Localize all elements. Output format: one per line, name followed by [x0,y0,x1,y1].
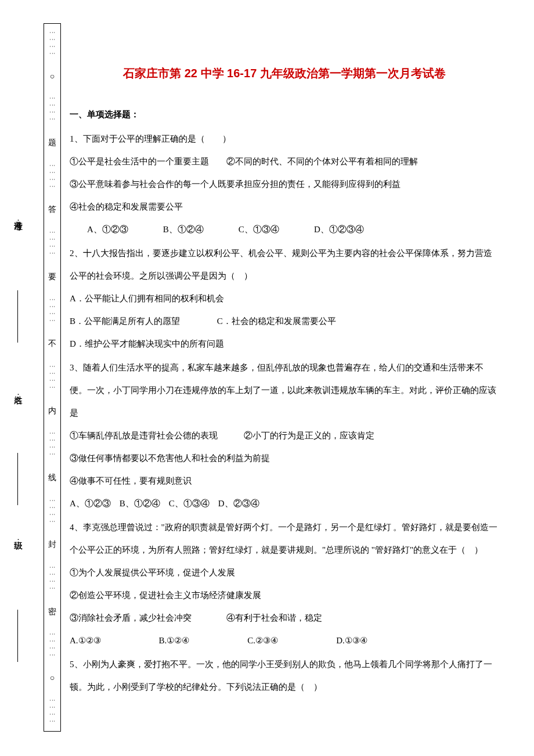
question-statement: ③公平意味着参与社会合作的每一个人既要承担应分担的责任，又能得到应得到的利益 [70,173,499,196]
question-options: A、①②③ B、①②④ C、①③④ D、②③④ [70,492,499,515]
binding-dots: ⋮⋮⋮⋮ [49,430,56,458]
binding-strip: ⋮⋮⋮⋮ ○ ⋮⋮⋮⋮ 密 ⋮⋮⋮⋮ 封 ⋮⋮⋮⋮ 线 ⋮⋮⋮⋮ 内 ⋮⋮⋮⋮ … [44,23,61,732]
binding-dots: ⋮⋮⋮⋮ [49,363,56,391]
option-c: C、①③④ [239,218,279,241]
question-stem: 3、随着人们生活水平的提高，私家车越来越多，但乱停乱放的现象也普遍存在，给人们的… [70,357,499,424]
question-stem: 5、小刚为人豪爽，爱打抱不平。一次，他的同学小王受到别人的欺负，他马上领着几个同… [70,653,499,699]
question-options: A、①②③ B、①②④ C、①③④ D、①②③④ [70,218,499,241]
option-a: A．公平能让人们拥有相同的权利和机会 [70,287,499,310]
option-row: B．公平能满足所有人的愿望 C．社会的稳定和发展需要公平 [70,310,499,333]
option-b: B．公平能满足所有人的愿望 [70,316,180,326]
question-2: 2、十八大报告指出，要逐步建立以权利公平、机会公平、规则公平为主要内容的社会公平… [70,242,499,355]
binding-dots: ⋮⋮⋮⋮ [49,697,56,725]
binding-char: 不 [48,339,56,349]
question-statement: ③消除社会矛盾，减少社会冲突 ④有利于社会和谐，稳定 [70,607,499,629]
binding-char: 密 [48,607,56,617]
class-label: 班级： [13,534,24,543]
option-c: C.②③④ [247,629,278,652]
question-3: 3、随着人们生活水平的提高，私家车越来越多，但乱停乱放的现象也普遍存在，给人们的… [70,357,499,515]
binding-dots: ⋮⋮⋮⋮ [49,163,56,190]
binding-dots: ⋮⋮⋮⋮ [49,229,56,257]
question-statement: ②创造公平环境，促进社会主义市场经济健康发展 [70,584,499,607]
question-statement: ①车辆乱停乱放是违背社会公德的表现 ②小丁的行为是正义的，应该肯定 [70,424,499,447]
name-label: 姓名： [13,389,24,398]
binding-char: 要 [48,272,56,282]
option-c: C．社会的稳定和发展需要公平 [217,316,336,326]
binding-char: 封 [48,539,56,550]
name-line [17,453,18,505]
question-stem: 1、下面对于公平的理解正确的是（ ） [70,128,499,150]
question-5: 5、小刚为人豪爽，爱打抱不平。一次，他的同学小王受到别人的欺负，他马上领着几个同… [70,653,499,699]
question-1: 1、下面对于公平的理解正确的是（ ） ①公平是社会生活中的一个重要主题 ②不同的… [70,128,499,241]
binding-dots: ⋮⋮⋮⋮ [49,30,56,57]
class-line [17,610,18,662]
exam-number-line [17,290,18,343]
question-stem: 4、李克强总理曾说过："政府的职责就是管好两个灯。一个是路灯，另一个是红绿灯 。… [70,516,499,561]
question-statement: ①公平是社会生活中的一个重要主题 ②不同的时代、不同的个体对公平有着相同的理解 [70,150,499,173]
exam-number-label: 准考证号： [13,215,24,224]
option-a: A、①②③ [87,218,128,241]
option-d: D．维护公平才能解决现实中的所有问题 [70,333,499,355]
option-b: B、①②④ [163,218,204,241]
binding-circle-icon: ○ [50,674,55,683]
question-statement: ④做事不可任性，要有规则意识 [70,470,499,492]
binding-char: 线 [48,473,56,483]
binding-dots: ⋮⋮⋮⋮ [49,564,56,592]
exam-title: 石家庄市第 22 中学 16-17 九年级政治第一学期第一次月考试卷 [70,58,499,88]
binding-char: 答 [48,204,56,215]
question-statement: ④社会的稳定和发展需要公平 [70,196,499,218]
binding-dots: ⋮⋮⋮⋮ [49,95,56,123]
question-options: A.①②③ B.①②④ C.②③④ D.①③④ [70,629,499,652]
exam-content: 石家庄市第 22 中学 16-17 九年级政治第一学期第一次月考试卷 一、单项选… [70,58,517,700]
left-margin: 班级： 姓名： 准考证号： [0,0,44,756]
binding-dots: ⋮⋮⋮⋮ [49,297,56,325]
binding-dots: ⋮⋮⋮⋮ [49,498,56,525]
binding-dots: ⋮⋮⋮⋮ [49,631,56,659]
binding-circle-icon: ○ [50,72,55,81]
section-header: 一、单项选择题： [70,103,499,125]
question-statement: ①为个人发展提供公平环境，促进个人发展 [70,561,499,584]
option-a: A.①②③ [70,629,101,652]
binding-char: 题 [48,138,56,148]
option-b: B.①②④ [159,629,190,652]
option-d: D.①③④ [336,629,367,652]
question-4: 4、李克强总理曾说过："政府的职责就是管好两个灯。一个是路灯，另一个是红绿灯 。… [70,516,499,652]
question-statement: ③做任何事情都要以不危害他人和社会的利益为前提 [70,447,499,470]
question-stem: 2、十八大报告指出，要逐步建立以权利公平、机会公平、规则公平为主要内容的社会公平… [70,242,499,287]
option-d: D、①②③④ [314,218,364,241]
binding-char: 内 [48,406,56,416]
